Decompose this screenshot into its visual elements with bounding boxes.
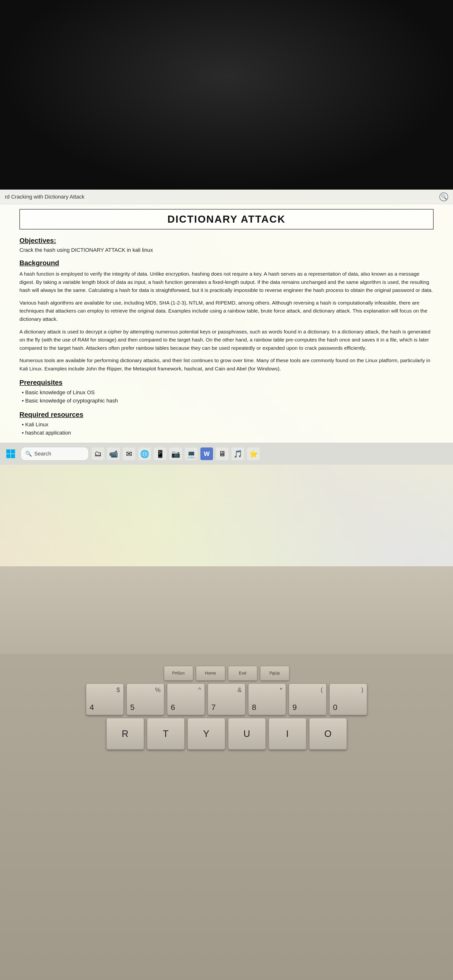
browser-title-bar: rd Cracking with Dictionary Attack 🔍	[0, 189, 453, 204]
taskbar-terminal[interactable]: 💻	[185, 447, 198, 460]
key-t[interactable]: T	[147, 718, 185, 749]
zoom-icon[interactable]: 🔍	[439, 192, 448, 201]
browser-chrome: rd Cracking with Dictionary Attack 🔍 DIC…	[0, 189, 453, 465]
key-home[interactable]: Home	[196, 666, 225, 681]
key-r[interactable]: R	[106, 718, 144, 749]
key-y[interactable]: Y	[187, 718, 225, 749]
keyboard-area: PrtScn Home End PgUp $ 4 % 5 ^ 6 & 7 *	[0, 654, 453, 980]
taskbar-display[interactable]: 🖥	[216, 447, 228, 460]
taskbar-mail[interactable]: ✉	[123, 447, 135, 460]
search-label: Search	[34, 450, 51, 457]
key-4[interactable]: $ 4	[86, 684, 124, 715]
taskbar: 🔍 Search 🗂 📹 ✉ 🌐 📱 📷 💻 W 🖥 🎵 ⭐	[0, 443, 453, 465]
key-end[interactable]: End	[228, 666, 257, 681]
key-o[interactable]: O	[309, 718, 347, 749]
document-area: DICTIONARY ATTACK Objectives: Crack the …	[0, 204, 453, 443]
background-p1: A hash function is employed to verify th…	[19, 270, 434, 294]
camera-silhouette	[0, 0, 453, 189]
svg-rect-2	[6, 454, 10, 458]
keyboard-bezel	[0, 566, 453, 654]
taskbar-edge[interactable]: 🌐	[138, 447, 151, 460]
document-title-box: DICTIONARY ATTACK	[19, 209, 434, 229]
svg-rect-3	[11, 454, 15, 458]
keyboard-number-row: $ 4 % 5 ^ 6 & 7 * 8 ( 9 ) 0	[0, 681, 453, 715]
laptop-screen: rd Cracking with Dictionary Attack 🔍 DIC…	[0, 189, 453, 566]
key-u[interactable]: U	[228, 718, 266, 749]
taskbar-star[interactable]: ⭐	[247, 447, 260, 460]
background-p4: Numerous tools are available for perform…	[19, 356, 434, 372]
taskbar-camera[interactable]: 📷	[169, 447, 182, 460]
key-i[interactable]: I	[269, 718, 306, 749]
svg-rect-0	[6, 449, 10, 453]
background-heading: Background	[19, 259, 434, 267]
background-p3: A dictionary attack is used to decrypt a…	[19, 328, 434, 352]
svg-rect-1	[11, 449, 15, 453]
objectives-heading: Objectives:	[19, 237, 434, 245]
key-5[interactable]: % 5	[127, 684, 164, 715]
prereq-item-2: • Basic knowledge of cryptographic hash	[19, 398, 434, 404]
key-8[interactable]: * 8	[248, 684, 286, 715]
resource-item-1: • Kali Linux	[19, 422, 434, 428]
taskbar-file-explorer[interactable]: 🗂	[92, 447, 104, 460]
search-bar[interactable]: 🔍 Search	[21, 447, 89, 461]
document-title: DICTIONARY ATTACK	[27, 213, 426, 225]
keyboard-fn-row: PrtScn Home End PgUp	[0, 654, 453, 681]
taskbar-word[interactable]: W	[200, 447, 213, 460]
search-icon: 🔍	[25, 450, 32, 457]
keyboard-letter-row: R T Y U I O	[0, 715, 453, 749]
key-pgup[interactable]: PgUp	[260, 666, 289, 681]
required-resources-heading: Required resources	[19, 411, 434, 418]
windows-start-button[interactable]	[4, 447, 18, 461]
objectives-text: Crack the hash using DICTIONARY ATTACK i…	[19, 247, 434, 253]
camera-area	[0, 0, 453, 189]
background-p2: Various hash algorithms are available fo…	[19, 299, 434, 323]
taskbar-phone[interactable]: 📱	[154, 447, 166, 460]
key-9[interactable]: ( 9	[289, 684, 326, 715]
taskbar-media[interactable]: 🎵	[231, 447, 244, 460]
browser-title: rd Cracking with Dictionary Attack	[5, 194, 84, 200]
key-7[interactable]: & 7	[207, 684, 246, 715]
prereq-item-1: • Basic knowledge of Linux OS	[19, 389, 434, 396]
resource-item-2: • hashcat application	[19, 430, 434, 436]
key-0[interactable]: ) 0	[329, 684, 367, 715]
taskbar-teams[interactable]: 📹	[107, 447, 120, 460]
key-6[interactable]: ^ 6	[167, 684, 205, 715]
prerequisites-heading: Prerequisites	[19, 379, 434, 387]
key-prtscn[interactable]: PrtScn	[164, 666, 193, 681]
